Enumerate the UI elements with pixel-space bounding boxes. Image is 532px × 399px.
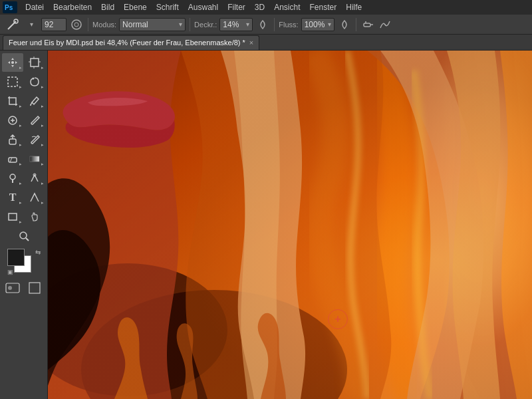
- menu-bearbeiten[interactable]: Bearbeiten: [49, 1, 96, 13]
- optionsbar: ▾ 92 Modus: Normal Deckr.: 14% Fluss: 10…: [0, 15, 532, 35]
- move-tool[interactable]: ▸: [2, 53, 23, 72]
- svg-point-5: [74, 23, 78, 27]
- pen-tool[interactable]: ▸: [24, 169, 45, 188]
- opacity-input[interactable]: 14%: [219, 18, 253, 31]
- menu-hilfe[interactable]: Hilfe: [342, 1, 366, 13]
- color-swatches[interactable]: ⇆ ▣: [7, 249, 41, 275]
- gradient-tool[interactable]: ▸: [24, 150, 45, 168]
- menu-ansicht[interactable]: Ansicht: [270, 1, 304, 13]
- canvas-area[interactable]: +: [48, 51, 532, 399]
- screen-mode-button[interactable]: [24, 279, 45, 297]
- menubar: Ps Datei Bearbeiten Bild Ebene Schrift A…: [0, 0, 532, 15]
- brush-tool-icon[interactable]: [4, 16, 21, 33]
- foreground-color-swatch[interactable]: [7, 249, 25, 266]
- svg-rect-29: [9, 213, 17, 220]
- svg-point-4: [72, 20, 81, 29]
- tool-row-7: ▸ ▸: [2, 169, 45, 188]
- svg-point-30: [20, 232, 27, 239]
- brush-settings-icon[interactable]: [69, 17, 84, 32]
- opacity-label: Deckr.:: [194, 21, 217, 29]
- svg-point-9: [11, 61, 14, 64]
- smoothing-icon[interactable]: [378, 17, 392, 32]
- tool-row-1: ▸ ▸: [2, 53, 45, 72]
- svg-line-31: [26, 238, 29, 241]
- toolbar: ▸ ▸ ▸ ▸ ▸ ▸: [0, 51, 48, 399]
- svg-rect-25: [30, 156, 39, 162]
- airbrush-icon[interactable]: [360, 17, 375, 32]
- mode-label: Modus:: [92, 21, 116, 29]
- tool-extra-row: [2, 279, 45, 297]
- dodge-tool[interactable]: ▸: [2, 169, 23, 188]
- tool-row-10: [13, 227, 35, 245]
- svg-rect-6: [364, 23, 370, 27]
- eyedropper-tool[interactable]: ▸: [24, 92, 45, 110]
- svg-rect-34: [29, 283, 40, 293]
- menu-bild[interactable]: Bild: [97, 1, 118, 13]
- svg-rect-15: [8, 77, 17, 86]
- svg-rect-23: [9, 158, 17, 162]
- eraser-tool[interactable]: ▸: [2, 150, 23, 168]
- photoshop-logo: Ps: [3, 1, 17, 13]
- rectangle-tool[interactable]: ▸: [2, 207, 23, 226]
- crop-tool[interactable]: ▸: [2, 92, 23, 110]
- tool-row-5: ▸ ▸: [2, 130, 45, 149]
- opacity-pressure-icon[interactable]: [255, 17, 270, 32]
- clone-stamp-tool[interactable]: ▸: [2, 130, 23, 149]
- tool-row-3: ▸ ▸: [2, 92, 45, 110]
- svg-point-26: [10, 174, 15, 180]
- hand-tool[interactable]: [24, 207, 45, 226]
- menu-schrift[interactable]: Schrift: [152, 1, 183, 13]
- marquee-tool[interactable]: ▸: [2, 72, 23, 91]
- svg-point-18: [30, 104, 31, 106]
- quick-mask-button[interactable]: [2, 279, 23, 297]
- type-tool[interactable]: T ▸: [2, 188, 23, 207]
- flow-label: Fluss:: [279, 21, 298, 29]
- svg-text:Ps: Ps: [5, 4, 13, 11]
- svg-rect-10: [31, 59, 39, 66]
- artboard-tool[interactable]: ▸: [24, 53, 45, 72]
- svg-point-16: [33, 78, 35, 80]
- zoom-tool[interactable]: [13, 227, 35, 245]
- reset-colors-button[interactable]: ▣: [7, 269, 13, 275]
- main-area: ▸ ▸ ▸ ▸ ▸ ▸: [0, 51, 532, 399]
- mode-dropdown[interactable]: Normal: [119, 18, 186, 31]
- svg-rect-22: [9, 139, 16, 144]
- lasso-tool[interactable]: ▸: [24, 72, 45, 91]
- menu-fenster[interactable]: Fenster: [306, 1, 341, 13]
- brush-size-input[interactable]: 92: [41, 18, 66, 31]
- path-selection-tool[interactable]: ▸: [24, 188, 45, 207]
- spot-healing-tool[interactable]: ▸: [2, 111, 23, 130]
- menu-auswahl[interactable]: Auswahl: [184, 1, 222, 13]
- tool-row-9: ▸: [2, 207, 45, 226]
- menu-datei[interactable]: Datei: [21, 1, 48, 13]
- svg-point-33: [8, 286, 12, 290]
- document-canvas: [48, 51, 532, 399]
- tab-title: Feuer und Eis by MDI.psd bei 48,4% (Feue…: [9, 39, 245, 47]
- history-brush-tool[interactable]: ▸: [24, 130, 45, 149]
- svg-line-24: [10, 158, 12, 162]
- tool-row-4: ▸ ▸: [2, 111, 45, 130]
- tab-close-button[interactable]: ×: [249, 39, 253, 47]
- tool-row-6: ▸ ▸: [2, 150, 45, 168]
- tool-row-8: T ▸ ▸: [2, 188, 45, 207]
- brush-tool[interactable]: ▸: [24, 111, 45, 130]
- menu-3d[interactable]: 3D: [251, 1, 269, 13]
- swap-colors-button[interactable]: ⇆: [35, 249, 41, 256]
- flow-input[interactable]: 100%: [301, 18, 334, 31]
- menu-ebene[interactable]: Ebene: [120, 1, 151, 13]
- document-tab[interactable]: Feuer und Eis by MDI.psd bei 48,4% (Feue…: [3, 35, 259, 50]
- tabbar: Feuer und Eis by MDI.psd bei 48,4% (Feue…: [0, 35, 532, 51]
- menu-filter[interactable]: Filter: [223, 1, 249, 13]
- brush-picker-button[interactable]: ▾: [24, 17, 39, 32]
- flow-pressure-icon[interactable]: [337, 17, 352, 32]
- tool-row-2: ▸ ▸: [2, 72, 45, 91]
